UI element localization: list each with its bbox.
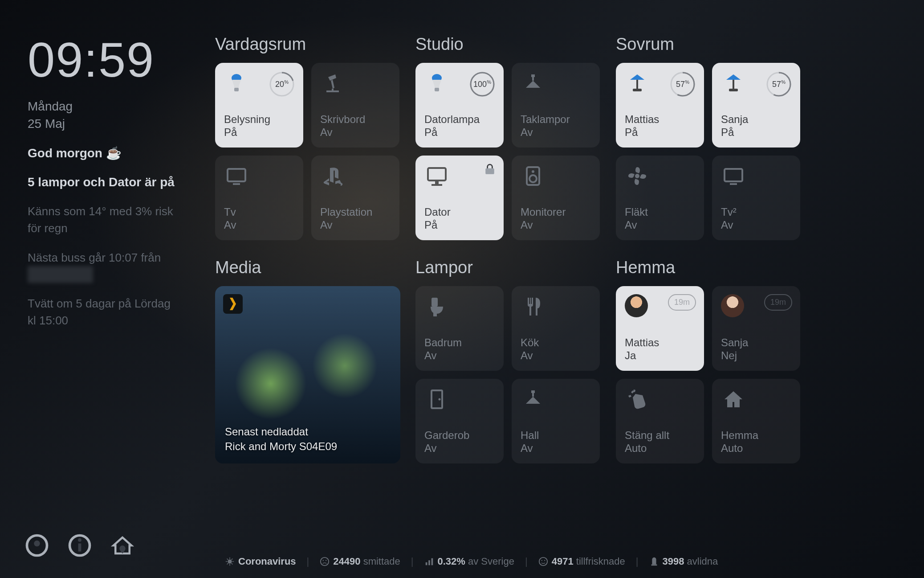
tile-hemma-stäng allt[interactable]: Stäng allt Auto xyxy=(616,379,704,463)
tile-state: Nej xyxy=(721,349,792,362)
weather-info: Känns som 14° med 3% risk för regn xyxy=(28,203,181,237)
tile-lampor-garderob[interactable]: Garderob Av xyxy=(415,379,504,463)
brightness-indicator: 57% xyxy=(669,71,696,98)
tile-state: Av xyxy=(625,219,696,231)
tile-sovrum-sanja[interactable]: 57% Sanja På xyxy=(712,63,800,148)
infected-stat: 24490 smittade xyxy=(320,556,400,567)
tile-sovrum-mattias[interactable]: 57% Mattias På xyxy=(616,63,704,148)
media-card[interactable]: Senast nedladdat Rick and Morty S04E09 xyxy=(215,286,400,463)
tile-label: Sanja xyxy=(721,336,792,349)
section-title: Lampor xyxy=(415,258,601,277)
bus-info: Nästa buss går 10:07 från ████████ xyxy=(28,250,181,283)
tile-hemma-sanja[interactable]: 19m Sanja Nej xyxy=(712,286,800,371)
tile-state: Auto xyxy=(721,442,792,455)
door-icon xyxy=(424,387,449,412)
tile-label: Sanja xyxy=(721,113,792,126)
tile-lampor-hall[interactable]: Hall Av xyxy=(512,379,600,463)
avatar-icon xyxy=(721,294,744,317)
tile-hemma-hemma[interactable]: Hemma Auto xyxy=(712,379,800,463)
percent-stat: 0.32% av Sverige xyxy=(424,556,514,567)
avatar-icon xyxy=(625,294,648,317)
section-lampor: Lampor Badrum Av Kök Av Garderob Av Hall… xyxy=(415,258,601,463)
tile-label: Taklampor xyxy=(521,113,592,126)
tile-studio-dator[interactable]: Dator På xyxy=(415,156,504,240)
time-badge: 19m xyxy=(668,294,696,311)
tile-hemma-mattias[interactable]: 19m Mattias Ja xyxy=(616,286,704,371)
home-icon xyxy=(721,387,746,412)
section-media: Media Senast nedladdat Rick and Morty S0… xyxy=(215,258,400,463)
footer-status-bar: Coronavirus | 24490 smittade | 0.32% av … xyxy=(215,544,896,567)
laundry-info: Tvätt om 5 dagar på Lördag kl 15:00 xyxy=(28,295,181,329)
sidebar: 09:59 Måndag 25 Maj God morgon ☕ 5 lampo… xyxy=(0,0,203,578)
tile-state: På xyxy=(424,126,496,139)
tile-label: Tv² xyxy=(721,205,792,219)
section-title: Media xyxy=(215,258,400,277)
tile-label: Tv xyxy=(224,205,295,219)
tile-state: På xyxy=(721,126,792,139)
tile-vardagsrum-skrivbord[interactable]: Skrivbord Av xyxy=(311,63,399,148)
tile-state: På xyxy=(224,126,295,139)
ceiling-icon xyxy=(521,71,545,96)
tile-vardagsrum-playstation[interactable]: Playstation Av xyxy=(311,156,399,240)
tile-label: Datorlampa xyxy=(424,113,496,126)
nav-home-icon[interactable] xyxy=(110,533,134,559)
tile-state: Av xyxy=(521,219,592,231)
computer-icon xyxy=(424,164,449,189)
brightness-indicator: 57% xyxy=(765,71,792,98)
svg-point-49 xyxy=(471,73,494,96)
fan-icon xyxy=(625,164,650,189)
tile-label: Dator xyxy=(424,205,496,219)
tile-sovrum-tv²[interactable]: Tv² Av xyxy=(712,156,800,240)
tile-vardagsrum-tv[interactable]: Tv Av xyxy=(215,156,303,240)
media-caption: Senast nedladdat Rick and Morty S04E09 xyxy=(225,425,337,454)
tile-state: Av xyxy=(424,349,496,362)
date: Måndag 25 Maj xyxy=(28,98,181,132)
tile-sovrum-fläkt[interactable]: Fläkt Av xyxy=(616,156,704,240)
clock: 09:59 xyxy=(28,31,181,88)
tile-label: Playstation xyxy=(320,205,391,219)
tile-label: Belysning xyxy=(224,113,295,126)
section-sovrum: Sovrum 57% Mattias På 57% Sanja På Fläkt… xyxy=(616,35,896,240)
cutlery-icon xyxy=(521,294,545,319)
tile-lampor-kök[interactable]: Kök Av xyxy=(512,286,600,371)
tile-label: Garderob xyxy=(424,429,496,442)
tile-label: Mattias xyxy=(625,336,696,349)
tile-label: Fläkt xyxy=(625,205,696,219)
main-content: Vardagsrum 20% Belysning På Skrivbord Av… xyxy=(203,0,924,578)
tv-icon xyxy=(224,164,249,189)
tile-state: Av xyxy=(224,219,295,231)
playstation-icon xyxy=(320,164,345,189)
ceiling-icon xyxy=(521,387,545,412)
deaths-stat: 3998 avlidna xyxy=(649,556,718,567)
section-studio: Studio 100% Datorlampa På Taklampor Av D… xyxy=(415,35,601,240)
time-badge: 19m xyxy=(764,294,792,311)
tile-state: Av xyxy=(320,219,391,231)
tile-lampor-badrum[interactable]: Badrum Av xyxy=(415,286,504,371)
tile-state: Av xyxy=(521,349,592,362)
tile-label: Mattias xyxy=(625,113,696,126)
toilet-icon xyxy=(424,294,449,319)
bulb-icon xyxy=(224,71,249,96)
nav-info-icon[interactable] xyxy=(68,533,92,559)
tile-studio-monitorer[interactable]: Monitorer Av xyxy=(512,156,600,240)
tile-vardagsrum-belysning[interactable]: 20% Belysning På xyxy=(215,63,303,148)
nav-dashboard-icon[interactable] xyxy=(25,533,49,559)
clap-icon xyxy=(625,387,650,412)
greeting: God morgon ☕ xyxy=(28,146,181,160)
tile-label: Skrivbord xyxy=(320,113,391,126)
tile-label: Kök xyxy=(521,336,592,349)
lock-icon xyxy=(484,164,496,175)
tile-label: Hall xyxy=(521,429,592,442)
tile-studio-taklampor[interactable]: Taklampor Av xyxy=(512,63,600,148)
desk-lamp-icon xyxy=(320,71,345,96)
tile-state: Av xyxy=(721,219,792,231)
bed-lamp-icon xyxy=(625,71,650,96)
section-title: Hemma xyxy=(616,258,896,277)
tile-label: Stäng allt xyxy=(625,429,696,442)
section-vardagsrum: Vardagsrum 20% Belysning På Skrivbord Av… xyxy=(215,35,400,240)
section-title: Sovrum xyxy=(616,35,896,54)
tile-studio-datorlampa[interactable]: 100% Datorlampa På xyxy=(415,63,504,148)
tile-state: På xyxy=(424,219,496,231)
tile-state: Ja xyxy=(625,349,696,362)
speaker-icon xyxy=(521,164,545,189)
